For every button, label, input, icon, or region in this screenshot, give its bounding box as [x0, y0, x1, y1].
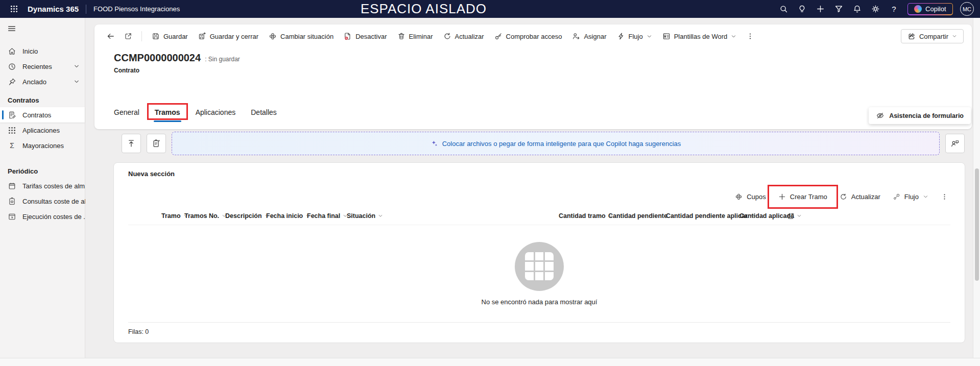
flow-run-icon	[893, 193, 900, 201]
form-assistant-toggle[interactable]: Asistencia de formulario	[869, 107, 971, 124]
site-map-sidebar: Inicio Recientes Anclado Contratos Contr…	[0, 18, 85, 358]
grid-flow-button[interactable]: Flujo	[887, 189, 934, 205]
app-launcher-waffle-icon[interactable]	[6, 2, 21, 17]
top-navigation-bar: Dynamics 365 FOOD Piensos Integraciones …	[0, 0, 980, 18]
trash-icon	[397, 32, 405, 40]
upload-file-button[interactable]	[122, 134, 141, 153]
chevron-down-icon	[731, 34, 736, 39]
delete-button[interactable]: Eliminar	[393, 29, 438, 43]
tramos-section-card: Nueva sección Cupos Crear Tramo Actualiz…	[113, 162, 965, 343]
bell-icon[interactable]	[849, 2, 866, 17]
copilot-button[interactable]: Copilot	[907, 3, 953, 15]
gear-flower-icon	[735, 193, 743, 201]
lightbulb-icon[interactable]	[794, 2, 810, 17]
plus-icon	[778, 193, 786, 201]
check-access-button[interactable]: Comprobar acceso	[490, 29, 567, 43]
record-save-status: : Sin guardar	[205, 56, 240, 63]
sidebar-item-anclado[interactable]: Anclado	[0, 74, 85, 89]
empty-grid-icon	[515, 242, 564, 291]
filter-icon[interactable]	[831, 2, 847, 17]
grid-more-commands-icon[interactable]	[935, 189, 950, 205]
save-icon	[152, 32, 160, 40]
grid-empty-state: No se encontró nada para mostrar aquí	[128, 225, 950, 322]
sparkle-icon	[431, 140, 438, 148]
column-header-situacion[interactable]: Situación	[347, 212, 383, 219]
tab-tramos[interactable]: Tramos	[155, 108, 180, 122]
sigma-icon: Σ	[8, 141, 16, 150]
clipboard-gear-icon	[8, 197, 16, 206]
sidebar-item-inicio[interactable]: Inicio	[0, 43, 85, 59]
sidebar-item-consultas-coste[interactable]: Consultas coste de al...	[0, 193, 85, 209]
topbar-actions: ? Copilot MC	[776, 2, 974, 17]
refresh-icon	[840, 193, 847, 201]
sidebar-item-aplicaciones[interactable]: Aplicaciones	[0, 123, 85, 138]
chevron-down-icon[interactable]	[74, 63, 80, 69]
tab-detalles[interactable]: Detalles	[251, 108, 277, 122]
clipboard-sparkle-icon	[152, 139, 161, 148]
smart-paste-button[interactable]	[147, 134, 166, 153]
gear-icon[interactable]	[868, 2, 884, 17]
change-status-button[interactable]: Cambiar situación	[264, 29, 338, 43]
command-divider	[141, 31, 142, 41]
column-header-fecha-final[interactable]: Fecha final	[307, 212, 348, 219]
column-header-cantidad-tramo[interactable]: Cantidad tramo	[559, 212, 613, 219]
app-name[interactable]: FOOD Piensos Integraciones	[93, 5, 180, 13]
sidebar-item-ejecucion-costes[interactable]: Ejecución costes de ...	[0, 209, 85, 224]
grid-refresh-button[interactable]: Actualizar	[834, 189, 886, 205]
save-button[interactable]: Guardar	[147, 29, 193, 43]
column-header-cantidad-pendiente[interactable]: Cantidad pendiente	[608, 212, 675, 219]
copilot-drop-zone[interactable]: Colocar archivos o pegar de forma inteli…	[172, 132, 940, 155]
save-close-icon	[198, 32, 206, 40]
home-icon	[8, 47, 16, 56]
chevron-down-icon	[647, 34, 652, 39]
copilot-label: Copilot	[925, 5, 946, 13]
waffle-icon	[8, 126, 16, 135]
flow-bolt-icon	[617, 32, 625, 40]
chevron-down-icon	[923, 194, 928, 200]
vertical-scrollbar[interactable]	[973, 18, 980, 358]
user-avatar[interactable]: MC	[960, 2, 974, 16]
share-icon	[907, 32, 916, 40]
search-icon[interactable]	[776, 2, 792, 17]
save-and-close-button[interactable]: Guardar y cerrar	[194, 29, 263, 43]
word-templates-button[interactable]: Plantillas de Word	[658, 29, 742, 43]
more-commands-icon[interactable]	[742, 28, 758, 44]
column-header-descripcion[interactable]: Descripción	[225, 212, 270, 219]
open-in-new-window-icon[interactable]	[120, 28, 136, 44]
assign-button[interactable]: Asignar	[567, 29, 611, 43]
collaboration-chat-button[interactable]	[945, 134, 965, 153]
section-title: Nueva sección	[128, 170, 950, 178]
flow-menu-button[interactable]: Flujo	[612, 29, 657, 43]
plus-icon[interactable]	[812, 2, 829, 17]
main-content: Guardar Guardar y cerrar Cambiar situaci…	[85, 18, 980, 358]
scrollbar-thumb[interactable]	[975, 168, 979, 281]
sidebar-item-mayoraciones[interactable]: Σ Mayoraciones	[0, 138, 85, 153]
help-icon[interactable]: ?	[886, 2, 902, 17]
deactivate-button[interactable]: Desactivar	[339, 29, 391, 43]
grid-row-count: Filas: 0	[128, 322, 950, 337]
record-id: CCMP0000000024	[114, 52, 201, 64]
column-header-fecha-inicio[interactable]: Fecha inicio	[266, 212, 310, 219]
sidebar-item-recientes[interactable]: Recientes	[0, 59, 85, 74]
back-button[interactable]	[103, 28, 119, 44]
brand-title: Dynamics 365	[28, 5, 79, 13]
key-icon	[494, 32, 503, 40]
topbar-divider	[86, 5, 86, 14]
pin-icon	[8, 78, 16, 86]
create-tramo-button[interactable]: Crear Tramo	[773, 189, 833, 205]
horizontal-scrollbar-track[interactable]	[0, 358, 980, 366]
tab-general[interactable]: General	[114, 108, 139, 122]
hamburger-menu-icon[interactable]	[3, 21, 20, 36]
sidebar-item-tarifas-costes[interactable]: Tarifas costes de alm...	[0, 178, 85, 193]
chevron-down-icon[interactable]	[74, 79, 80, 85]
column-header-tramos-no[interactable]: Tramos No.	[184, 212, 227, 219]
open-grid-popout-icon[interactable]	[787, 212, 795, 220]
share-button[interactable]: Compartir	[901, 29, 964, 43]
eye-off-icon	[876, 111, 885, 120]
sidebar-item-contratos[interactable]: Contratos	[0, 107, 85, 123]
refresh-button[interactable]: Actualizar	[439, 29, 489, 43]
cupos-button[interactable]: Cupos	[729, 189, 772, 205]
tab-aplicaciones[interactable]: Aplicaciones	[196, 108, 236, 122]
contract-edit-icon	[8, 111, 16, 119]
upload-icon	[127, 139, 136, 148]
